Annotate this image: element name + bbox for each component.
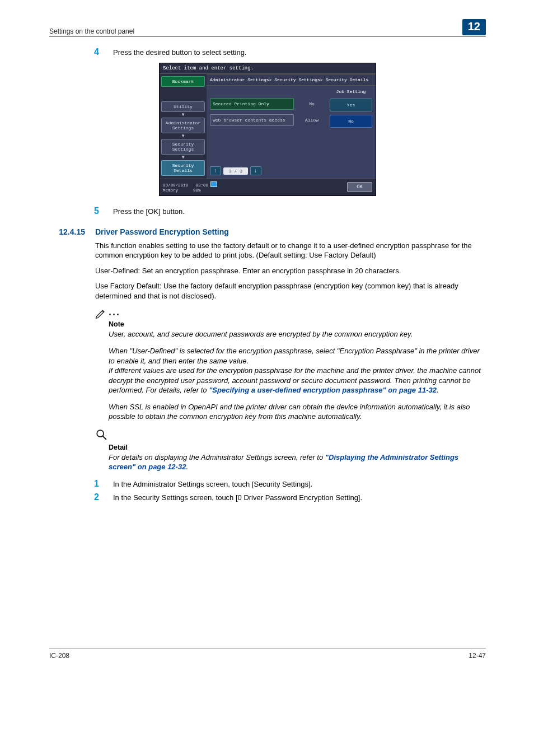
- ok-button[interactable]: OK: [347, 182, 372, 192]
- step-number-2: 2: [94, 492, 113, 502]
- section-title: Driver Password Encryption Setting: [95, 227, 229, 236]
- page-down-button[interactable]: ↓: [250, 166, 261, 175]
- step-text-5: Press the [OK] button.: [113, 206, 185, 216]
- panel-instruction: Select item and enter setting.: [160, 63, 376, 74]
- web-browser-access-button[interactable]: Web browser contents access: [210, 114, 294, 126]
- yes-button[interactable]: Yes: [330, 99, 372, 111]
- footer-right: 12-47: [469, 652, 486, 660]
- chevron-down-icon: ▾: [161, 134, 205, 138]
- section-number: 12.4.15: [49, 227, 85, 236]
- step-text-2: In the Security Settings screen, touch […: [113, 492, 362, 502]
- detail-body: For details on displaying the Administra…: [109, 452, 486, 472]
- chevron-down-icon: ▾: [161, 113, 205, 117]
- svg-line-1: [103, 436, 106, 440]
- memory-percent: 90%: [193, 188, 201, 193]
- section-paragraph-1: This function enables setting to use the…: [95, 241, 486, 260]
- chapter-badge: 12: [462, 19, 486, 35]
- step-number-1: 1: [94, 479, 113, 489]
- job-setting-header: Job Setting: [330, 89, 372, 95]
- section-paragraph-3: Use Factory Default: Use the factory def…: [95, 281, 486, 301]
- footer-left: IC-208: [49, 652, 69, 660]
- note-body-2b: If different values are used for the enc…: [109, 366, 486, 395]
- breadcrumb: Administrator Settings> Security Setting…: [207, 74, 376, 86]
- step-number-5: 5: [94, 206, 113, 216]
- no-button[interactable]: No: [330, 115, 372, 128]
- detail-icon: [95, 428, 486, 442]
- step-text-1: In the Administrator Settings screen, to…: [113, 479, 312, 489]
- bookmark-button[interactable]: Bookmark: [161, 76, 205, 87]
- note-body-1: User, account, and secure document passw…: [109, 329, 486, 339]
- security-details-button[interactable]: Security Details: [161, 160, 205, 176]
- step-number-4: 4: [94, 47, 113, 57]
- note-heading: Note: [109, 320, 486, 328]
- web-browser-access-value: Allow: [297, 118, 326, 123]
- status-icon: [210, 181, 217, 187]
- secured-printing-only-value: No: [297, 101, 326, 106]
- running-header: Settings on the control panel: [49, 27, 134, 35]
- security-settings-button[interactable]: Security Settings: [161, 139, 205, 155]
- page-indicator: 3 / 3: [223, 167, 248, 175]
- page-up-button[interactable]: ↑: [210, 166, 221, 175]
- link-user-defined-passphrase[interactable]: "Specifying a user-defined encryption pa…: [209, 386, 437, 394]
- admin-settings-button[interactable]: Administrator Settings: [161, 118, 205, 133]
- footer-date: 03/09/2010: [163, 183, 188, 188]
- note-icon: ...: [95, 307, 486, 319]
- note-body-3: When SSL is enabled in OpenAPI and the p…: [109, 402, 486, 422]
- note-body-2a: When "User-Defined" is selected for the …: [109, 346, 486, 366]
- secured-printing-only-button[interactable]: Secured Printing Only: [210, 98, 294, 110]
- step-text-4: Press the desired button to select setti…: [113, 47, 246, 57]
- footer-time: 03:08: [196, 183, 209, 188]
- detail-heading: Detail: [109, 444, 486, 451]
- section-paragraph-2: User-Defined: Set an encryption passphra…: [95, 266, 486, 276]
- chevron-down-icon: ▾: [161, 155, 205, 160]
- memory-label: Memory: [163, 188, 178, 193]
- control-panel-screenshot: Select item and enter setting. Bookmark …: [159, 63, 376, 196]
